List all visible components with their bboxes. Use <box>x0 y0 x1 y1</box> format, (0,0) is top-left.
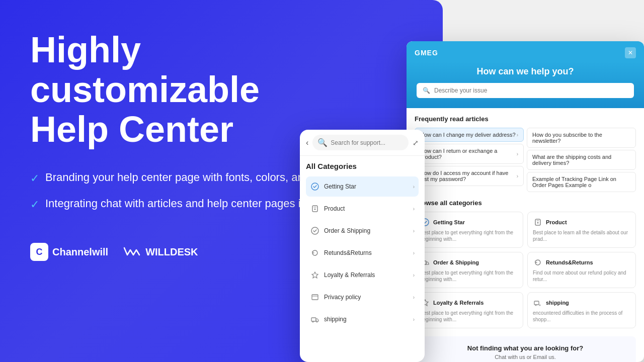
loyalty-icon <box>310 270 320 280</box>
faq-text-1: How can I change my deliver address? <box>420 132 516 138</box>
faq-text-2: How can I return or exchange a product? <box>420 148 517 160</box>
faq-item-3[interactable]: How do I access my account if have lost … <box>415 166 524 186</box>
shipping-label: shipping <box>324 316 347 323</box>
svg-point-14 <box>539 305 540 306</box>
svg-rect-5 <box>311 318 316 321</box>
mobile-body: All Categories Getting Star › Product › <box>300 156 425 362</box>
brand-channelwill: C Channelwill <box>30 243 108 261</box>
svg-point-13 <box>535 305 536 306</box>
browse-card-product[interactable]: Product Best place to learn all the deta… <box>527 212 636 248</box>
faq-item-1[interactable]: How can I change my deliver address? › <box>415 128 524 142</box>
faq-column-left: How can I change my deliver address? › H… <box>415 128 524 194</box>
browse-categories-heading: Browse all categories <box>415 199 636 207</box>
svg-point-6 <box>312 321 313 322</box>
product-card-icon <box>533 217 543 227</box>
mobile-category-loyalty[interactable]: Loyalty & Referrals › <box>306 265 419 285</box>
mobile-category-getting-star[interactable]: Getting Star › <box>306 176 419 197</box>
shipping-card-title: shipping <box>546 300 569 306</box>
chevron-icon: › <box>413 206 415 212</box>
desktop-search-bar[interactable]: 🔍 <box>417 83 634 98</box>
faq-text-3: How do I access my account if have lost … <box>420 170 517 182</box>
svg-rect-12 <box>534 301 539 305</box>
desktop-search-area: How can we help you? 🔍 <box>407 61 644 108</box>
check-icon-1: ✓ <box>30 171 39 187</box>
browse-card-shipping[interactable]: shipping encountered difficulties in the… <box>527 292 636 328</box>
faq-item-5[interactable]: What are the shipping costs and delivery… <box>527 150 636 170</box>
frequently-read-heading: Frequently read articles <box>415 115 636 123</box>
order-shipping-card-title: Order & Shipping <box>433 259 479 265</box>
faq-grid: How can I change my deliver address? › H… <box>415 128 636 194</box>
faq-chevron-1: › <box>517 132 518 138</box>
mobile-category-returns[interactable]: Retunds&Returns › <box>306 243 419 263</box>
faq-text-6: Example of Tracking Page Link on Order P… <box>532 176 630 188</box>
channelwill-logo-icon: C <box>30 243 48 261</box>
check-icon-2: ✓ <box>30 197 39 213</box>
svg-point-7 <box>316 321 317 322</box>
order-shipping-card-desc: Best place to get everything right from … <box>420 269 518 283</box>
faq-item-2[interactable]: How can I return or exchange a product? … <box>415 144 524 164</box>
not-finding-section: Not finding what you are looking for? Ch… <box>415 336 636 362</box>
shipping-icon <box>310 314 320 324</box>
returns-card-title: Retunds&Returns <box>546 259 593 265</box>
brand-willdesk: WILLDESK <box>123 246 198 258</box>
desktop-search-icon: 🔍 <box>423 87 430 94</box>
chevron-icon: › <box>413 273 415 278</box>
faq-item-6[interactable]: Example of Tracking Page Link on Order P… <box>527 172 636 192</box>
mobile-help-center-window: ‹ 🔍 ⤢ All Categories Getting Star › Prod… <box>300 130 425 362</box>
desktop-content: Frequently read articles How can I chang… <box>407 108 644 362</box>
mobile-search-input[interactable] <box>331 139 404 146</box>
faq-chevron-2: › <box>517 151 518 157</box>
browse-card-order-shipping[interactable]: Order & Shipping Best place to get every… <box>415 252 523 288</box>
returns-label: Retunds&Returns <box>324 249 372 256</box>
chevron-icon: › <box>413 295 415 300</box>
mobile-category-product[interactable]: Product › <box>306 199 419 219</box>
shipping-card-icon <box>533 298 543 308</box>
privacy-icon <box>310 292 320 302</box>
loyalty-card-desc: Best place to get everything right from … <box>420 310 518 323</box>
returns-icon <box>310 248 320 258</box>
getting-star-label: Getting Star <box>324 183 356 190</box>
getting-star-card-desc: Best place to get everything right from … <box>420 229 518 242</box>
order-shipping-icon <box>310 226 320 236</box>
getting-star-card-title: Getting Star <box>433 219 465 225</box>
desktop-logo: GMEG <box>415 49 438 57</box>
faq-text-4: How do you subscribe to the newsletter? <box>532 132 630 144</box>
chevron-icon: › <box>413 250 415 256</box>
svg-point-10 <box>537 222 539 224</box>
product-label: Product <box>324 205 345 212</box>
returns-card-desc: Find out more about our refund policy an… <box>533 269 630 283</box>
mobile-expand-icon[interactable]: ⤢ <box>413 139 419 147</box>
browse-card-returns[interactable]: Retunds&Returns Find out more about our … <box>527 252 636 288</box>
faq-item-4[interactable]: How do you subscribe to the newsletter? <box>527 128 636 148</box>
loyalty-card-title: Loyalty & Referrals <box>433 300 484 306</box>
mobile-search-bar[interactable]: 🔍 <box>312 135 409 150</box>
mobile-section-title: All Categories <box>306 162 419 170</box>
not-finding-sub: Chat with us or Email us. <box>423 354 628 360</box>
browse-card-loyalty[interactable]: Loyalty & Referrals Best place to get ev… <box>415 292 523 328</box>
shipping-card-desc: encountered difficulties in the process … <box>533 310 630 323</box>
desktop-close-icon[interactable]: ✕ <box>625 47 636 58</box>
faq-text-5: What are the shipping costs and delivery… <box>532 154 630 166</box>
chevron-icon: › <box>413 184 415 190</box>
svg-rect-4 <box>312 295 318 300</box>
mobile-search-icon: 🔍 <box>317 138 328 147</box>
product-card-title: Product <box>546 219 567 225</box>
getting-star-icon <box>310 182 320 192</box>
faq-chevron-3: › <box>517 173 518 179</box>
willdesk-logo-icon <box>123 247 141 257</box>
browse-card-getting-star[interactable]: Getting Star Best place to get everythin… <box>415 212 523 248</box>
browse-categories-grid: Getting Star Best place to get everythin… <box>415 212 636 328</box>
faq-column-right: How do you subscribe to the newsletter? … <box>527 128 636 194</box>
mobile-category-order-shipping[interactable]: Order & Shipping › <box>306 221 419 241</box>
desktop-search-title: How can we help you? <box>417 66 634 77</box>
desktop-top-bar: GMEG ✕ <box>407 41 644 61</box>
mobile-back-icon[interactable]: ‹ <box>306 138 308 147</box>
not-finding-title: Not finding what you are looking for? <box>423 344 628 352</box>
svg-point-2 <box>314 209 316 210</box>
privacy-label: Privacy policy <box>324 294 361 301</box>
returns-card-icon <box>533 257 543 267</box>
mobile-category-shipping[interactable]: shipping › <box>306 309 419 329</box>
desktop-search-input[interactable] <box>434 87 628 94</box>
loyalty-label: Loyalty & Referrals <box>324 272 375 279</box>
mobile-category-privacy[interactable]: Privacy policy › <box>306 287 419 307</box>
